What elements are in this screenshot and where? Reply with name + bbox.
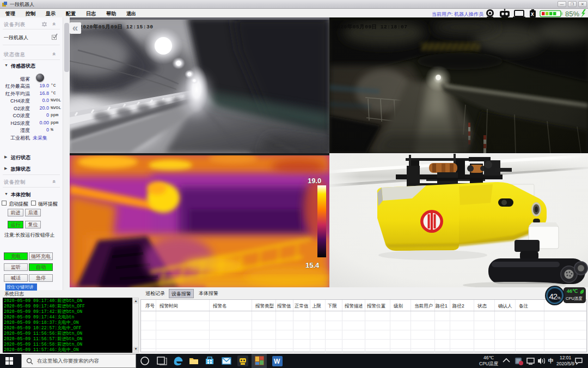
svg-text:15.4: 15.4 xyxy=(305,261,320,269)
svg-text:19.0: 19.0 xyxy=(308,177,321,185)
svg-text:x: x xyxy=(531,11,534,17)
svg-text:W: W xyxy=(274,358,280,365)
svg-text:85%: 85% xyxy=(565,10,579,18)
